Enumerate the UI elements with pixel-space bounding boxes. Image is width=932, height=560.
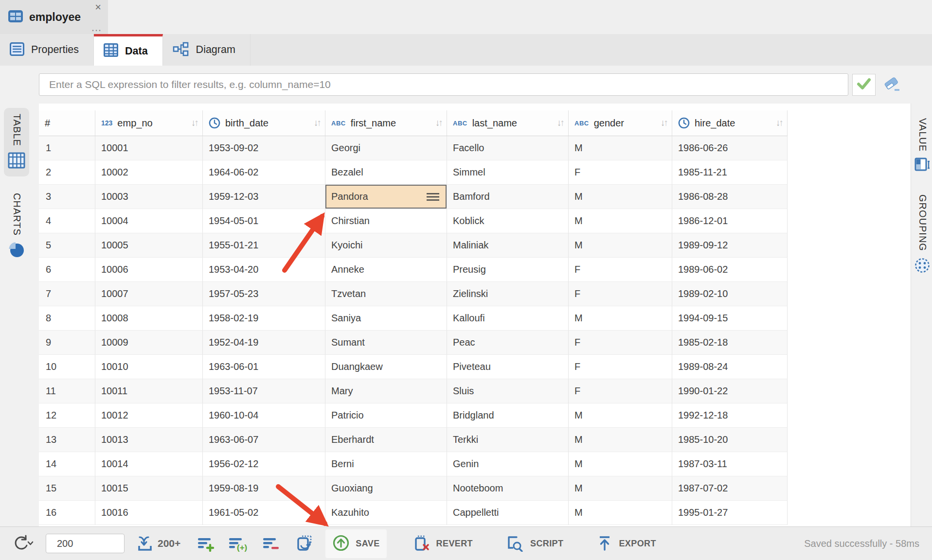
fetch-size-input[interactable] [46, 534, 125, 553]
grid-cell[interactable]: Terkki [447, 428, 569, 452]
grid-cell[interactable]: Koblick [447, 209, 569, 233]
grid-cell[interactable]: Sluis [447, 379, 569, 403]
fetch-more-icon[interactable] [137, 535, 154, 552]
grid-cell[interactable]: 11 [39, 379, 95, 403]
dock-tab-charts[interactable]: CHARTS [4, 187, 29, 266]
grid-cell[interactable]: 10016 [95, 501, 203, 525]
grid-cell[interactable]: 1959-12-03 [203, 185, 325, 209]
grid-cell[interactable]: Georgi [325, 136, 447, 160]
sql-filter-input[interactable] [39, 73, 848, 96]
grid-cell[interactable]: Chirstian [325, 209, 447, 233]
grid-cell[interactable]: M [569, 501, 672, 525]
dock-tab-grouping[interactable]: GROUPING [913, 189, 932, 281]
grid-cell[interactable]: 10002 [95, 160, 203, 185]
grid-cell[interactable]: 10015 [95, 476, 203, 501]
grid-cell[interactable]: Bridgland [447, 403, 569, 428]
sort-icon[interactable]: ↓↑ [435, 118, 442, 128]
column-header-emp_no[interactable]: 123emp_no↓↑ [95, 110, 203, 136]
grid-cell[interactable]: 1 [39, 136, 95, 160]
grid-cell[interactable]: 10004 [95, 209, 203, 233]
add-row-button[interactable] [197, 535, 215, 552]
grid-cell[interactable]: 1987-03-11 [672, 452, 788, 476]
grid-cell[interactable]: Bezalel [325, 160, 447, 185]
grid-cell[interactable]: F [569, 331, 672, 355]
column-header-hire_date[interactable]: hire_date↓↑ [672, 110, 788, 136]
grid-cell[interactable]: 1964-06-02 [203, 160, 325, 185]
close-icon[interactable]: × [95, 1, 101, 14]
sort-icon[interactable]: ↓↑ [661, 118, 667, 128]
hamburger-icon[interactable] [426, 192, 440, 201]
grid-cell[interactable]: F [569, 258, 672, 282]
grid-cell[interactable]: M [569, 209, 672, 233]
grid-cell[interactable]: Duangkaew [325, 355, 447, 379]
grid-cell[interactable]: 10 [39, 355, 95, 379]
grid-cell[interactable]: 3 [39, 185, 95, 209]
grid-cell[interactable]: M [569, 233, 672, 258]
export-button[interactable]: EXPORT [590, 529, 663, 558]
tab-data[interactable]: Data [94, 34, 163, 66]
sort-icon[interactable]: ↓↑ [191, 118, 197, 128]
grid-cell[interactable]: Nooteboom [447, 476, 569, 501]
grid-cell[interactable]: 10003 [95, 185, 203, 209]
grid-cell[interactable]: 1995-01-27 [672, 501, 788, 525]
grid-cell[interactable]: Anneke [325, 258, 447, 282]
editor-tab-employee[interactable]: employee × … [0, 0, 108, 34]
grid-cell[interactable]: 10011 [95, 379, 203, 403]
grid-cell[interactable]: 1986-06-26 [672, 136, 788, 160]
grid-cell[interactable]: 1989-06-02 [672, 258, 788, 282]
grid-cell[interactable]: Saniya [325, 306, 447, 331]
grid-cell[interactable]: M [569, 428, 672, 452]
grid-cell[interactable]: 1986-12-01 [672, 209, 788, 233]
apply-filter-button[interactable] [852, 74, 876, 96]
clear-filter-button[interactable] [881, 76, 903, 94]
grid-cell[interactable]: 1954-05-01 [203, 209, 325, 233]
duplicate-row-button[interactable]: (+) [228, 535, 250, 552]
grid-cell[interactable]: F [569, 355, 672, 379]
grid-cell[interactable]: Kazuhito [325, 501, 447, 525]
sort-icon[interactable]: ↓↑ [776, 118, 782, 128]
grid-cell[interactable]: 10008 [95, 306, 203, 331]
grid-cell[interactable]: 1961-05-02 [203, 501, 325, 525]
grid-cell[interactable]: 1986-08-28 [672, 185, 788, 209]
column-header-birth_date[interactable]: birth_date↓↑ [203, 110, 325, 136]
grid-cell[interactable]: 1992-12-18 [672, 403, 788, 428]
grid-cell[interactable]: 5 [39, 233, 95, 258]
grid-cell[interactable]: 10006 [95, 258, 203, 282]
grid-cell[interactable]: 1955-01-21 [203, 233, 325, 258]
grid-cell[interactable]: 10007 [95, 282, 203, 306]
tab-diagram[interactable]: Diagram [163, 34, 251, 66]
grid-cell[interactable]: Preusig [447, 258, 569, 282]
grid-cell[interactable]: 1953-09-02 [203, 136, 325, 160]
grid-cell[interactable]: Kalloufi [447, 306, 569, 331]
grid-cell[interactable]: 10013 [95, 428, 203, 452]
grid-cell[interactable]: F [569, 282, 672, 306]
grid-cell[interactable]: Genin [447, 452, 569, 476]
grid-cell[interactable]: Guoxiang [325, 476, 447, 501]
grid-cell[interactable]: 1987-07-02 [672, 476, 788, 501]
column-header-first_name[interactable]: ABCfirst_name↓↑ [325, 110, 447, 136]
script-button[interactable]: SCRIPT [499, 529, 570, 558]
sort-icon[interactable]: ↓↑ [557, 118, 563, 128]
grid-cell[interactable]: Sumant [325, 331, 447, 355]
fetch-more-label[interactable]: 200+ [158, 538, 180, 549]
grid-cell[interactable]: M [569, 476, 672, 501]
grid-cell[interactable]: 10010 [95, 355, 203, 379]
column-header-last_name[interactable]: ABClast_name↓↑ [447, 110, 569, 136]
selected-cell[interactable]: Pandora [325, 185, 447, 209]
grid-cell[interactable]: 1989-02-10 [672, 282, 788, 306]
grid-cell[interactable]: 6 [39, 258, 95, 282]
grid-cell[interactable]: 1989-08-24 [672, 355, 788, 379]
grid-cell[interactable]: 1959-08-19 [203, 476, 325, 501]
grid-cell[interactable]: Zielinski [447, 282, 569, 306]
grid-cell[interactable]: 13 [39, 428, 95, 452]
save-button[interactable]: SAVE [325, 529, 386, 558]
grid-cell[interactable]: Piveteau [447, 355, 569, 379]
grid-cell[interactable]: 1960-10-04 [203, 403, 325, 428]
grid-cell[interactable]: Cappelletti [447, 501, 569, 525]
grid-cell[interactable]: Eberhardt [325, 428, 447, 452]
grid-cell[interactable]: Peac [447, 331, 569, 355]
grid-cell[interactable]: Facello [447, 136, 569, 160]
grid-cell[interactable]: 1990-01-22 [672, 379, 788, 403]
grid-cell[interactable]: Bamford [447, 185, 569, 209]
grid-cell[interactable]: 1952-04-19 [203, 331, 325, 355]
